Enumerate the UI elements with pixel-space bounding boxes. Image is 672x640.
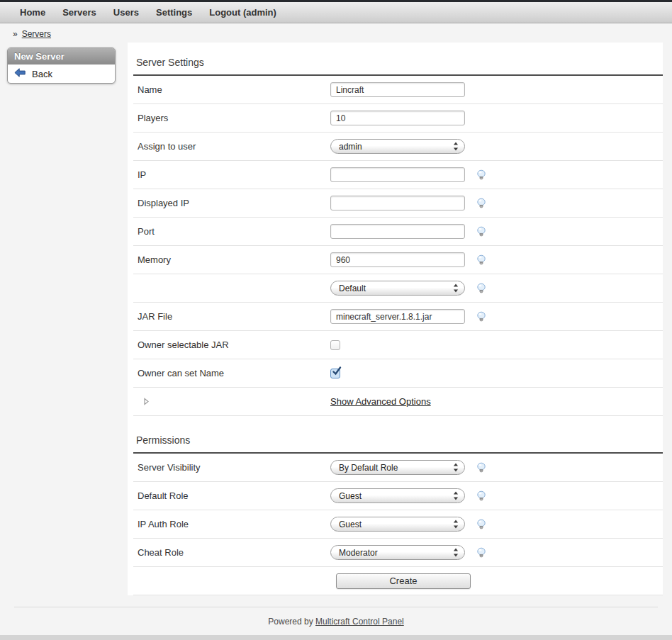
breadcrumb-marker: » [13,29,18,39]
nav-item-home[interactable]: Home [20,7,45,18]
sidebar-column: New Server Back [0,43,128,84]
form-row-submit: Create [133,567,663,595]
server-visibility-select[interactable]: By Default Role [330,460,465,475]
form-row-server-visibility: Server Visibility By Default Role [133,454,663,482]
field-label: Cheat Role [138,547,330,558]
field-label: IP Auth Role [138,519,330,529]
select-value: Moderator [339,548,453,558]
select-value: By Default Role [339,463,453,473]
field-label: Name [138,84,330,95]
select-stepper-arrows-icon [453,463,459,472]
form-row-displayed-ip: Displayed IP [133,189,663,218]
select-stepper-arrows-icon [453,491,459,500]
field-label: Owner can set Name [138,368,330,378]
assign-to-user-select[interactable]: admin [330,139,465,154]
help-bulb-icon[interactable] [476,169,487,181]
help-bulb-icon[interactable] [476,490,487,502]
section-title-permissions: Permissions [133,416,663,454]
back-button-label: Back [32,69,52,79]
disclosure-triangle-icon[interactable] [143,398,150,405]
memory-profile-select[interactable]: Default [330,281,465,296]
default-role-select[interactable]: Guest [330,488,465,503]
show-advanced-options-link[interactable]: Show Advanced Options [330,396,431,407]
field-label: Displayed IP [138,198,330,208]
nav-item-servers[interactable]: Servers [62,7,96,18]
displayed-ip-input[interactable] [330,196,465,210]
select-value: admin [339,142,453,152]
bottom-edge-band [0,635,672,640]
form-row-cheat-role: Cheat Role Moderator [133,539,663,567]
section-title-server-settings: Server Settings [133,43,663,76]
nav-item-settings[interactable]: Settings [156,7,192,18]
form-row-default-role: Default Role Guest [133,482,663,510]
main-content: Server Settings Name Players Assign to u… [128,43,663,595]
field-label: IP [138,169,330,180]
back-button[interactable]: Back [8,64,115,83]
form-row-ip-auth-role: IP Auth Role Guest [133,510,663,539]
page-footer: Powered by Multicraft Control Panel [14,607,658,627]
form-row-owner-selectable-jar: Owner selectable JAR [133,331,663,359]
form-row-assign-to-user: Assign to user admin [133,133,663,161]
breadcrumb: »Servers [13,29,672,40]
field-label: Default Role [138,490,330,501]
owner-selectable-jar-checkbox[interactable] [330,340,340,350]
nav-item-logout[interactable]: Logout (admin) [209,7,276,18]
form-row-owner-can-set-name: Owner can set Name [133,359,663,388]
ip-auth-role-select[interactable]: Guest [330,517,465,532]
form-row-players: Players [133,104,663,133]
players-input[interactable] [330,111,465,125]
select-value: Guest [339,491,453,501]
help-bulb-icon[interactable] [476,519,487,530]
memory-input[interactable] [330,252,465,267]
field-label: Owner selectable JAR [138,339,330,350]
form-row-ip: IP [133,161,663,189]
nav-item-users[interactable]: Users [113,7,139,18]
form-row-name: Name [133,76,663,104]
select-stepper-arrows-icon [453,520,459,529]
form-row-memory-profile: Default [133,274,663,303]
help-bulb-icon[interactable] [476,311,487,322]
help-bulb-icon[interactable] [476,547,487,558]
create-button[interactable]: Create [336,573,471,589]
port-input[interactable] [330,224,465,239]
top-navigation: Home Servers Users Settings Logout (admi… [0,2,672,23]
form-row-advanced-options: Show Advanced Options [133,388,663,416]
back-arrow-icon [14,68,26,79]
field-label: Assign to user [138,141,330,152]
footer-text: Powered by [268,617,313,627]
help-bulb-icon[interactable] [476,462,487,473]
sidebar-title: New Server [8,48,115,64]
owner-can-set-name-checkbox[interactable] [330,369,340,378]
help-bulb-icon[interactable] [476,226,487,237]
field-label: Players [138,113,330,123]
help-bulb-icon[interactable] [476,198,487,209]
select-value: Default [339,283,453,293]
field-label: Memory [138,254,330,265]
field-label: Server Visibility [138,462,330,473]
help-bulb-icon[interactable] [476,254,487,266]
form-row-jar-file: JAR File [133,303,663,331]
form-row-memory: Memory [133,246,663,274]
form-row-port: Port [133,218,663,246]
name-input[interactable] [330,82,465,97]
select-stepper-arrows-icon [453,142,459,151]
field-label: Port [138,226,330,237]
field-label: JAR File [138,311,330,322]
breadcrumb-link-servers[interactable]: Servers [22,29,51,39]
select-stepper-arrows-icon [453,548,459,557]
cheat-role-select[interactable]: Moderator [330,545,465,560]
jar-file-input[interactable] [330,309,465,324]
ip-input[interactable] [330,167,465,182]
select-stepper-arrows-icon [453,283,459,293]
select-value: Guest [339,520,453,529]
footer-multicraft-link[interactable]: Multicraft Control Panel [315,617,404,627]
help-bulb-icon[interactable] [476,283,487,294]
sidebar-panel: New Server Back [7,47,116,84]
